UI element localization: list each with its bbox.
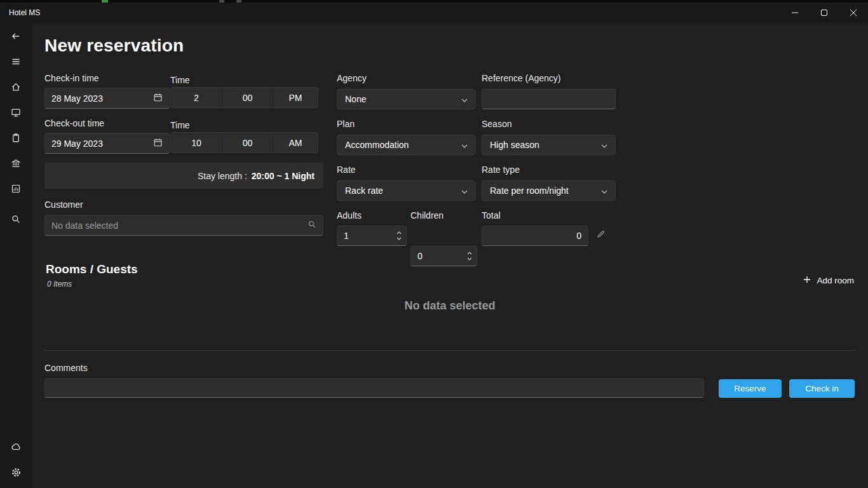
adults-stepper-arrows[interactable] — [397, 226, 402, 245]
sidebar-item-bookings[interactable] — [0, 128, 32, 148]
home-icon — [11, 82, 21, 92]
sidebar-item-home[interactable] — [0, 77, 32, 97]
rate-dropdown[interactable]: Rack rate — [337, 180, 476, 201]
comments-field-box — [44, 378, 704, 398]
monitor-icon — [11, 107, 21, 118]
edit-pencil-icon — [596, 229, 606, 239]
sidebar-item-settings[interactable] — [0, 462, 32, 482]
maximize-icon — [821, 7, 827, 18]
comments-label: Comments — [44, 363, 88, 373]
window-title: Hotel MS — [9, 8, 40, 17]
sidebar-item-sync[interactable] — [0, 437, 32, 457]
page-title: New reservation — [44, 36, 184, 56]
spinner-down-icon — [397, 237, 402, 240]
plan-dropdown[interactable]: Accommodation — [337, 135, 476, 155]
chevron-down-icon — [601, 140, 607, 150]
checkin-period-segment[interactable]: PM — [273, 88, 318, 107]
total-label: Total — [482, 210, 501, 220]
back-button[interactable] — [0, 26, 32, 46]
agency-value: None — [345, 94, 366, 104]
close-button[interactable] — [839, 3, 868, 23]
total-field-box — [482, 226, 588, 246]
stay-length-banner: Stay length : 20:00 ~ 1 Night — [44, 163, 323, 189]
children-input[interactable] — [417, 251, 461, 261]
checkin-date-picker[interactable]: 28 May 2023 — [44, 88, 170, 109]
app-window: Hotel MS — [0, 3, 868, 488]
checkin-label: Check-in time — [44, 73, 99, 83]
chart-icon — [11, 184, 21, 194]
customer-search-input[interactable] — [51, 220, 302, 231]
comments-input[interactable] — [51, 383, 697, 393]
sidebar — [0, 23, 32, 488]
agency-label: Agency — [337, 73, 367, 83]
checkout-date-picker[interactable]: 29 May 2023 — [44, 133, 170, 154]
chevron-down-icon — [461, 140, 468, 150]
search-icon[interactable] — [308, 220, 316, 231]
checkin-time-picker: 2 00 PM — [170, 87, 318, 108]
desktop: Hotel MS — [0, 0, 868, 488]
checkout-minute-segment[interactable]: 00 — [222, 133, 273, 152]
checkin-minute-value: 00 — [243, 93, 253, 103]
rooms-item-count: 0 Items — [47, 280, 72, 288]
rate-type-value: Rate per room/night — [490, 186, 569, 196]
checkin-hour-value: 2 — [194, 93, 199, 103]
checkin-date-value: 28 May 2023 — [51, 93, 103, 104]
adults-label: Adults — [337, 210, 362, 220]
maximize-button[interactable] — [810, 3, 839, 23]
checkout-hour-segment[interactable]: 10 — [171, 133, 222, 152]
customer-search-box — [44, 215, 323, 236]
sidebar-item-search[interactable] — [0, 209, 32, 229]
edit-total-button[interactable] — [596, 229, 606, 239]
add-room-label: Add room — [817, 276, 854, 285]
season-dropdown[interactable]: High season — [482, 135, 616, 155]
add-room-button[interactable]: Add room — [803, 271, 854, 290]
checkout-label: Check-out time — [44, 118, 104, 128]
reference-label: Reference (Agency) — [482, 73, 561, 83]
reserve-button[interactable]: Reserve — [719, 379, 782, 398]
checkin-hour-segment[interactable]: 2 — [171, 88, 222, 107]
checkout-period-value: AM — [289, 138, 302, 148]
spinner-up-icon — [467, 252, 472, 255]
plan-value: Accommodation — [345, 140, 409, 150]
stay-length-label: Stay length : — [198, 171, 247, 181]
chevron-down-icon — [461, 186, 468, 196]
chevron-down-icon — [601, 186, 607, 196]
checkin-minute-segment[interactable]: 00 — [222, 88, 273, 107]
titlebar: Hotel MS — [0, 3, 868, 23]
reserve-button-label: Reserve — [734, 384, 766, 393]
calendar-icon — [153, 93, 163, 104]
total-input[interactable] — [489, 231, 581, 241]
minimize-button[interactable] — [780, 3, 810, 23]
sidebar-item-stats[interactable] — [0, 179, 32, 199]
reference-input[interactable] — [489, 94, 609, 104]
close-icon — [850, 7, 857, 18]
checkout-time-label: Time — [170, 120, 190, 130]
season-label: Season — [482, 119, 512, 129]
checkout-time-picker: 10 00 AM — [170, 132, 318, 153]
checkin-time-label: Time — [170, 75, 190, 85]
chevron-down-icon — [461, 94, 468, 104]
window-controls — [780, 3, 868, 23]
sidebar-item-cash[interactable] — [0, 153, 32, 173]
adults-input[interactable] — [344, 231, 391, 241]
rate-type-dropdown[interactable]: Rate per room/night — [482, 180, 616, 201]
calendar-icon — [153, 138, 163, 149]
checkout-hour-value: 10 — [191, 138, 201, 148]
nav-menu-button[interactable] — [0, 51, 32, 72]
season-value: High season — [490, 140, 539, 150]
children-stepper-arrows[interactable] — [467, 247, 472, 266]
sidebar-item-front-desk[interactable] — [0, 102, 32, 123]
rate-label: Rate — [337, 165, 356, 175]
agency-dropdown[interactable]: None — [337, 89, 476, 109]
checkout-date-value: 29 May 2023 — [51, 139, 103, 149]
clipboard-icon — [11, 133, 21, 143]
bank-icon — [11, 158, 21, 168]
checkout-period-segment[interactable]: AM — [273, 133, 318, 152]
plan-label: Plan — [337, 119, 355, 129]
cloud-icon — [11, 442, 22, 452]
check-in-button[interactable]: Check in — [789, 379, 855, 398]
search-icon — [11, 214, 21, 224]
stay-length-value: 20:00 ~ 1 Night — [252, 171, 315, 181]
rooms-section-title: Rooms / Guests — [46, 262, 138, 276]
section-divider — [44, 350, 855, 351]
